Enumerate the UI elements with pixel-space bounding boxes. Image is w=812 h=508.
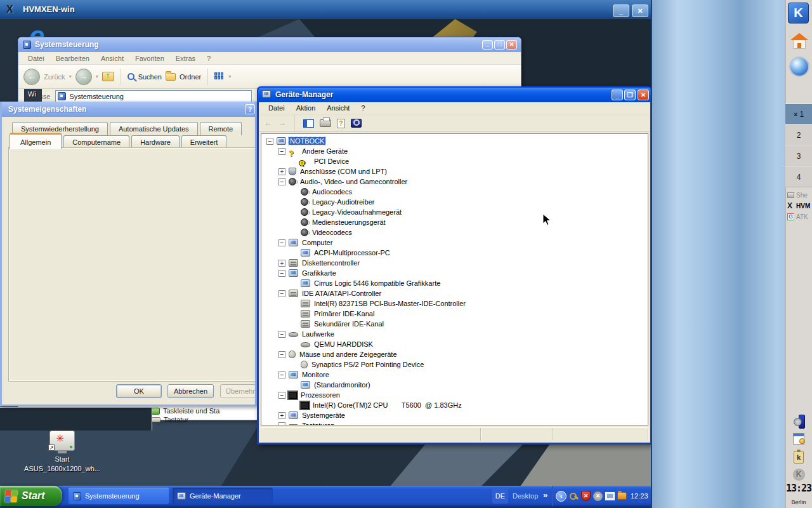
tree-item[interactable]: − Laufwerke xyxy=(261,329,648,339)
print-icon[interactable] xyxy=(320,119,331,127)
menu-item[interactable]: Aktion xyxy=(291,104,322,112)
cancel-button[interactable]: Abbrechen xyxy=(167,384,214,398)
tree-item[interactable]: − Monitore xyxy=(261,370,648,380)
language-indicator[interactable]: DE xyxy=(492,488,508,504)
tree-item[interactable]: Mediensteuerungsgerät xyxy=(261,217,648,227)
back-icon[interactable]: ← xyxy=(264,119,272,128)
desktop-shortcut-asus[interactable]: ↗ Start ASUS_1600x1200_wh... xyxy=(13,431,112,472)
menu-item[interactable]: ? xyxy=(201,55,216,62)
kde-calendar-alarm-icon[interactable] xyxy=(785,433,812,444)
search-label[interactable]: Suchen xyxy=(138,73,162,81)
minimize-button[interactable]: _ xyxy=(482,40,493,50)
tree-item[interactable]: Legacy-Audiotreiber xyxy=(261,197,648,207)
search-icon[interactable] xyxy=(128,73,134,80)
vm-titlebar[interactable]: X HVMXEN-win _ ✕ xyxy=(0,0,651,19)
pager-desktop-cell[interactable]: × 1 xyxy=(785,104,812,124)
start-button[interactable]: Start xyxy=(0,486,62,506)
menu-item[interactable]: Datei xyxy=(263,104,291,112)
tree-expander[interactable]: − xyxy=(278,371,285,378)
tree-item[interactable]: Intel(R) 82371SB PCI-Bus-Master-IDE-Cont… xyxy=(261,298,648,309)
folders-icon[interactable] xyxy=(166,73,176,81)
tree-item[interactable]: − Prozessoren xyxy=(261,390,648,400)
close-button[interactable]: ✕ xyxy=(506,40,517,50)
tree-item[interactable]: − Andere Geräte xyxy=(261,146,648,156)
control-panel-titlebar[interactable]: Systemsteuerung _ □ ✕ xyxy=(18,37,521,52)
disabled-status-icon[interactable]: ✕ xyxy=(593,491,603,501)
tree-item[interactable]: Intel(R) Core(TM)2 CPU T5600 @ 1.83GHz xyxy=(261,400,648,410)
tray-folder-icon[interactable] xyxy=(617,492,627,500)
tree-expander[interactable]: − xyxy=(278,270,285,277)
tree-item[interactable]: + Diskettencontroller xyxy=(261,258,648,268)
vm-minimize-button[interactable]: _ xyxy=(613,4,629,17)
menu-item[interactable]: ? xyxy=(355,104,370,112)
menu-item[interactable]: Extras xyxy=(170,55,201,62)
chevron-icon[interactable]: » xyxy=(543,486,547,505)
taskbar-item-control-panel[interactable]: Systemsteuerung xyxy=(69,488,169,504)
tree-item[interactable]: − Computer xyxy=(261,237,648,248)
tree-item[interactable]: Audiocodecs xyxy=(261,187,648,197)
tab[interactable]: Hardware xyxy=(131,135,180,149)
tree-expander[interactable]: − xyxy=(278,422,285,426)
tree-item[interactable]: − IDE ATA/ATAPI-Controller xyxy=(261,288,648,298)
menu-item[interactable]: Bearbeiten xyxy=(50,55,95,62)
desktop-toolbar-label[interactable]: Desktop xyxy=(513,486,538,506)
tree-expander[interactable]: + xyxy=(278,260,285,267)
tree-item[interactable]: Cirrus Logic 5446 kompatible Grafikkarte xyxy=(261,278,648,288)
device-manager-titlebar[interactable]: Geräte-Manager _ ❐ ✕ xyxy=(258,88,651,102)
help-button[interactable]: ? xyxy=(245,104,255,114)
tree-item[interactable]: − NOTBOCK xyxy=(261,136,648,146)
kde-clock[interactable]: 13:23 xyxy=(785,483,812,494)
show-console-tree-icon[interactable] xyxy=(303,119,314,128)
forward-icon[interactable]: → xyxy=(75,69,92,85)
minimize-button[interactable]: _ xyxy=(612,90,623,100)
forward-dropdown-icon[interactable]: ▾ xyxy=(96,74,98,79)
back-dropdown-icon[interactable]: ▾ xyxy=(69,74,72,79)
pager-desktop-cell[interactable]: × 3 xyxy=(785,145,812,166)
tree-item[interactable]: + Systemgeräte xyxy=(261,410,648,420)
ok-button[interactable]: OK xyxy=(116,384,162,398)
tree-expander[interactable]: − xyxy=(278,331,285,338)
tab[interactable]: Allgemein xyxy=(10,133,62,149)
pager-desktop-cell[interactable]: × 4 xyxy=(785,166,812,187)
tree-item[interactable]: − Tastaturen xyxy=(261,420,648,425)
tree-expander[interactable]: − xyxy=(266,138,273,145)
pager-desktop-cell[interactable]: × 2 xyxy=(785,124,812,145)
kde-menu-icon[interactable]: K xyxy=(788,3,809,23)
menu-item[interactable]: Datei xyxy=(22,55,50,62)
tree-expander[interactable]: − xyxy=(278,148,285,155)
home-icon[interactable] xyxy=(790,33,808,50)
tree-expander[interactable]: − xyxy=(278,290,285,297)
tab[interactable]: Erweitert xyxy=(181,135,226,149)
tree-item[interactable]: PCI Device xyxy=(261,156,648,166)
tree-item[interactable]: − Mäuse und andere Zeigegeräte xyxy=(261,349,648,359)
menu-item[interactable]: Ansicht xyxy=(95,55,129,62)
close-button[interactable]: ✕ xyxy=(638,90,649,100)
browser-globe-icon[interactable] xyxy=(790,58,808,76)
maximize-button[interactable]: □ xyxy=(494,40,505,50)
tree-expander[interactable]: + xyxy=(278,412,285,419)
restore-button[interactable]: ❐ xyxy=(624,90,636,100)
taskbar-clock[interactable]: 12:23 xyxy=(631,492,648,500)
panel-task-item[interactable]: HVM xyxy=(786,201,812,211)
tree-expander[interactable]: − xyxy=(278,351,285,358)
menu-item[interactable]: Ansicht xyxy=(321,104,355,112)
tree-item[interactable]: + Anschlüsse (COM und LPT) xyxy=(261,166,648,177)
hide-icons-chevron-icon[interactable]: ‹ xyxy=(556,491,566,502)
kde-display-settings-icon[interactable] xyxy=(785,415,812,426)
views-dropdown-icon[interactable]: ▾ xyxy=(228,74,231,79)
tree-item[interactable]: Sekundärer IDE-Kanal xyxy=(261,319,648,329)
panel-task-item[interactable]: ATK xyxy=(786,211,812,222)
tab[interactable]: Automatische Updates xyxy=(110,122,198,135)
up-folder-icon[interactable] xyxy=(102,72,114,81)
panel-task-item[interactable]: She xyxy=(786,190,812,201)
forward-icon[interactable]: → xyxy=(278,119,286,128)
scan-hardware-icon[interactable] xyxy=(351,119,362,128)
views-icon[interactable] xyxy=(214,72,225,81)
klipper-icon[interactable]: k xyxy=(785,451,812,464)
display-tray-icon[interactable] xyxy=(605,492,615,500)
tree-item[interactable]: − Audio-, Video- und Gamecontroller xyxy=(261,177,648,187)
taskbar-item-device-manager[interactable]: Geräte-Manager xyxy=(173,488,273,504)
vm-close-button[interactable]: ✕ xyxy=(632,4,648,17)
properties-help-icon[interactable]: ? xyxy=(337,119,345,128)
folders-label[interactable]: Ordner xyxy=(180,73,201,81)
